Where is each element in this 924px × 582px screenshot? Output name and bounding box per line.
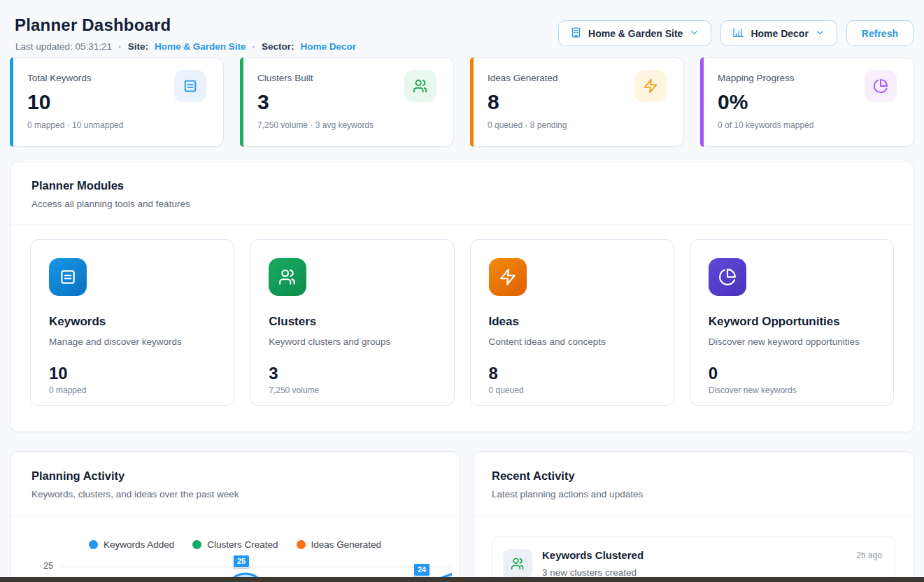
planner-dashboard: Planner Dashboard Last updated: 05:31:21… — [0, 0, 924, 582]
users-icon — [269, 258, 306, 296]
sector-selector-label: Home Decor — [751, 28, 808, 39]
stat-card-total-keywords: Total Keywords 10 0 mapped · 10 unmapped — [10, 57, 224, 147]
legend-item-keywords-added[interactable]: Keywords Added — [89, 539, 174, 550]
bar-chart-icon — [732, 27, 744, 41]
sector-label: Sector: — [262, 41, 294, 52]
pie-chart-icon — [865, 70, 897, 102]
stat-cards-row: Total Keywords 10 0 mapped · 10 unmapped… — [10, 57, 914, 147]
legend-label: Keywords Added — [104, 539, 174, 550]
chevron-down-icon — [815, 27, 825, 40]
pie-chart-icon — [709, 258, 746, 296]
module-title: Keyword Opportunities — [709, 315, 875, 329]
activity-item-timestamp: 2h ago — [856, 551, 882, 560]
module-sub: 0 queued — [489, 385, 655, 395]
recent-panel-subtitle: Latest planning actions and updates — [492, 489, 893, 499]
building-icon — [570, 27, 582, 41]
y-axis-tick: 25 — [43, 561, 53, 571]
module-title: Keywords — [49, 315, 215, 329]
page-title: Planner Dashboard — [15, 15, 171, 35]
legend-dot-green — [192, 540, 201, 549]
site-selector-label: Home & Garden Site — [588, 28, 683, 39]
activity-item-description: 3 new clusters created — [542, 567, 882, 578]
recent-activity-panel: Recent Activity Latest planning actions … — [473, 451, 914, 582]
module-value: 0 — [709, 364, 875, 383]
modules-panel-subtitle: Access all planning tools and features — [31, 199, 893, 209]
activity-item-title: Keywords Clustered — [542, 549, 882, 561]
chart-legend: Keywords Added Clusters Created Ideas Ge… — [10, 539, 460, 550]
legend-label: Ideas Generated — [311, 539, 382, 550]
lightning-icon — [489, 258, 527, 296]
stat-sub: 0 mapped · 10 unmapped — [27, 120, 206, 130]
stat-sub: 7,250 volume · 3 avg keywords — [257, 120, 436, 130]
module-value: 3 — [269, 364, 435, 383]
planning-activity-panel: Planning Activity Keywords, clusters, an… — [10, 451, 460, 582]
last-updated: Last updated: 05:31:21 — [15, 41, 112, 52]
separator-dot: · — [118, 41, 122, 52]
stat-card-clusters-built: Clusters Built 3 7,250 volume · 3 avg ke… — [240, 57, 454, 147]
module-sub: Discover new keywords — [709, 385, 875, 395]
stat-sub: 0 queued · 8 pending — [488, 120, 667, 130]
module-card-ideas[interactable]: Ideas Content ideas and concepts 8 0 que… — [470, 239, 674, 406]
module-value: 10 — [49, 364, 215, 383]
divider — [474, 515, 914, 516]
module-description: Manage and discover keywords — [49, 336, 215, 347]
module-sub: 0 mapped — [49, 385, 215, 395]
module-card-clusters[interactable]: Clusters Keyword clusters and groups 3 7… — [250, 239, 454, 406]
modules-panel-title: Planner Modules — [31, 179, 893, 192]
site-label: Site: — [128, 41, 148, 52]
chevron-down-icon — [689, 27, 699, 40]
site-selector-dropdown[interactable]: Home & Garden Site — [558, 20, 711, 46]
module-title: Ideas — [489, 315, 655, 329]
refresh-button[interactable]: Refresh — [846, 20, 914, 46]
module-grid: Keywords Manage and discover keywords 10… — [10, 225, 914, 406]
legend-dot-orange — [297, 540, 306, 549]
legend-item-ideas-generated[interactable]: Ideas Generated — [297, 539, 382, 550]
toolbar: Home & Garden Site Home Decor Refresh — [558, 20, 914, 46]
module-description: Content ideas and concepts — [489, 336, 655, 347]
activity-panel-title: Planning Activity — [31, 469, 439, 483]
activity-item-keywords-clustered[interactable]: Keywords Clustered 3 new clusters create… — [492, 537, 895, 582]
module-description: Keyword clusters and groups — [269, 336, 435, 347]
separator-dot: · — [252, 41, 255, 52]
stat-card-ideas-generated: Ideas Generated 8 0 queued · 8 pending — [470, 57, 684, 147]
module-title: Clusters — [269, 315, 435, 329]
module-value: 8 — [489, 364, 655, 383]
refresh-button-label: Refresh — [862, 28, 898, 39]
legend-label: Clusters Created — [207, 539, 278, 550]
recent-panel-title: Recent Activity — [492, 469, 893, 483]
module-card-keywords[interactable]: Keywords Manage and discover keywords 10… — [30, 239, 234, 406]
bottom-edge-bar — [0, 577, 924, 582]
sector-selector-dropdown[interactable]: Home Decor — [720, 20, 837, 46]
lightning-icon — [634, 70, 667, 102]
activity-panel-subtitle: Keywords, clusters, and ideas over the p… — [31, 489, 439, 499]
planner-modules-panel: Planner Modules Access all planning tool… — [10, 161, 914, 432]
data-point-label: 25 — [233, 555, 250, 568]
document-icon — [49, 258, 87, 296]
sector-link[interactable]: Home Decor — [300, 41, 356, 52]
legend-dot-blue — [89, 540, 98, 549]
users-icon — [503, 549, 532, 579]
module-card-keyword-opportunities[interactable]: Keyword Opportunities Discover new keywo… — [690, 239, 894, 406]
document-icon — [174, 70, 206, 102]
data-point-label: 24 — [413, 563, 430, 576]
meta-row: Last updated: 05:31:21 · Site: Home & Ga… — [15, 41, 356, 52]
stat-sub: 0 of 10 keywords mapped — [718, 120, 897, 130]
module-sub: 7,250 volume — [269, 385, 435, 395]
stat-card-mapping-progress: Mapping Progress 0% 0 of 10 keywords map… — [700, 57, 914, 147]
module-description: Discover new keyword opportunities — [709, 336, 875, 347]
site-link[interactable]: Home & Garden Site — [155, 41, 246, 52]
users-icon — [404, 70, 436, 102]
legend-item-clusters-created[interactable]: Clusters Created — [192, 539, 278, 550]
divider — [10, 515, 460, 516]
